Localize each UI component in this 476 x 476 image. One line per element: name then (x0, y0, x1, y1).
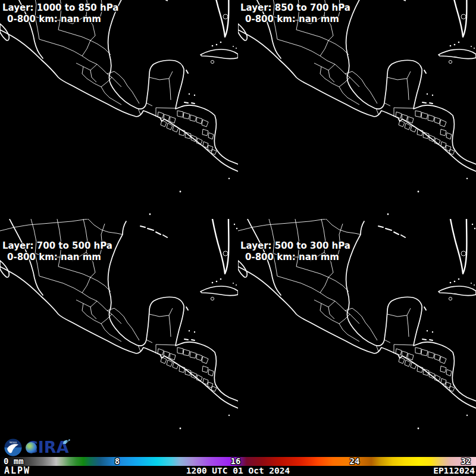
logo-row: NOAA CIRA (0, 438, 476, 457)
svg-text:NOAA: NOAA (10, 441, 17, 444)
panel-label: Layer: 500 to 300 hPa 0-800 km: nan mm (240, 240, 350, 263)
map-image (238, 0, 476, 219)
noaa-logo-icon: NOAA (4, 439, 22, 456)
layer-label: Layer: 850 to 700 hPa (240, 2, 350, 14)
map-panel-700-500: Layer: 700 to 500 hPa 0-800 km: nan mm (0, 219, 238, 438)
colorbar: 0 mm8162432 (0, 457, 476, 466)
storm-id-label: EP112024 (433, 466, 475, 476)
datetime-label: 1200 UTC 01 Oct 2024 (186, 466, 290, 476)
range-label: 0-800 km: nan mm (7, 252, 112, 263)
map-panel-850-700: Layer: 850 to 700 hPa 0-800 km: nan mm (238, 0, 476, 219)
range-label: 0-800 km: nan mm (7, 14, 118, 25)
product-label: ALPW (4, 466, 30, 476)
cira-globe-icon (26, 442, 37, 453)
panel-grid: Layer: 1000 to 850 hPa 0-800 km: nan mm … (0, 0, 476, 438)
cira-logo: CIRA (26, 439, 69, 456)
range-label: 0-800 km: nan mm (245, 252, 350, 263)
layer-label: Layer: 500 to 300 hPa (240, 240, 350, 252)
footer: NOAA CIRA 0 mm8162432 ALPW 1200 UTC 01 O… (0, 438, 476, 476)
panel-label: Layer: 1000 to 850 hPa 0-800 km: nan mm (2, 2, 118, 25)
map-panel-1000-850: Layer: 1000 to 850 hPa 0-800 km: nan mm (0, 0, 238, 219)
map-image (0, 0, 238, 219)
colorbar-tick-label: 32 (461, 457, 471, 466)
caption-row: ALPW 1200 UTC 01 Oct 2024 EP112024 (0, 466, 476, 476)
colorbar-tick-label: 16 (231, 457, 241, 466)
panel-label: Layer: 700 to 500 hPa 0-800 km: nan mm (2, 240, 112, 263)
colorbar-tick-label: 8 (115, 457, 120, 466)
colorbar-tick-label: 0 mm (4, 457, 24, 466)
layer-label: Layer: 700 to 500 hPa (2, 240, 112, 252)
alpw-four-layer-product: Layer: 1000 to 850 hPa 0-800 km: nan mm … (0, 0, 476, 476)
layer-label: Layer: 1000 to 850 hPa (2, 2, 118, 14)
panel-label: Layer: 850 to 700 hPa 0-800 km: nan mm (240, 2, 350, 25)
satellite-dish-icon (62, 438, 71, 447)
map-panel-500-300: Layer: 500 to 300 hPa 0-800 km: nan mm (238, 219, 476, 438)
colorbar-tick-label: 24 (350, 457, 360, 466)
range-label: 0-800 km: nan mm (245, 14, 350, 25)
